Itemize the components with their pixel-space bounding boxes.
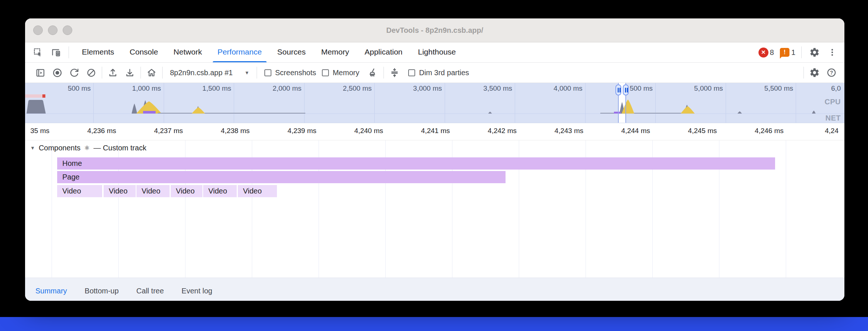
clear-button[interactable] — [85, 66, 97, 80]
track-entry-home[interactable]: Home — [57, 157, 775, 170]
collapse-icon — [389, 67, 400, 78]
tab-memory[interactable]: Memory — [313, 42, 357, 62]
bottom-tab-bottom-up[interactable]: Bottom-up — [85, 278, 119, 301]
memory-checkbox[interactable]: Memory — [322, 69, 359, 77]
home-icon — [146, 67, 157, 78]
reload-icon — [69, 67, 80, 78]
ruler-tick-label: 4,246 ms — [755, 127, 784, 135]
inspect-element-button[interactable] — [31, 45, 45, 59]
overview-tick-label: 4,000 ms — [553, 84, 582, 93]
window-titlebar: DevTools - 8p2n9n.csb.app/ — [25, 18, 844, 42]
custom-track-header[interactable]: ▼ Components ⚛ — Custom track — [30, 144, 146, 152]
load-profile-button[interactable] — [107, 66, 119, 80]
overview-tick-label: 2,000 ms — [272, 84, 301, 93]
background-browser-strip — [0, 317, 868, 331]
save-profile-button[interactable] — [124, 66, 136, 80]
track-entry-page[interactable]: Page — [57, 171, 506, 183]
chevron-down-icon[interactable]: ▼ — [244, 70, 249, 76]
shortcuts-dialog-button[interactable] — [388, 66, 401, 80]
page-row: Page — [25, 171, 844, 183]
overview-tick-label: 3,000 ms — [413, 84, 442, 93]
record-and-reload-button[interactable] — [68, 66, 80, 80]
svg-text:?: ? — [830, 70, 833, 76]
overview-tick-label: 5,500 ms — [764, 84, 793, 93]
overview-tick-label: 1,000 ms — [132, 84, 161, 93]
live-metrics-button[interactable] — [145, 66, 158, 80]
devtools-menu-button[interactable] — [825, 45, 839, 59]
record-button[interactable] — [51, 66, 63, 80]
devtools-tabbar: ElementsConsoleNetworkPerformanceSources… — [25, 42, 844, 63]
screenshots-checkbox[interactable]: Screenshots — [264, 69, 316, 77]
bottom-tab-event-log[interactable]: Event log — [181, 278, 212, 301]
help-button[interactable]: ? — [825, 66, 838, 80]
overview-tick-label: 2,500 ms — [343, 84, 372, 93]
selection-left-handle[interactable] — [615, 84, 621, 95]
collapse-arrow-icon[interactable]: ▼ — [30, 145, 35, 151]
devtools-settings-button[interactable] — [808, 45, 822, 59]
devtools-window: DevTools - 8p2n9n.csb.app/ ElementsConso… — [25, 18, 844, 301]
checkbox-box — [264, 69, 271, 76]
track-entry-video[interactable]: Video — [238, 185, 277, 197]
bottom-tab-call-tree[interactable]: Call tree — [136, 278, 164, 301]
track-entry-video[interactable]: Video — [171, 185, 202, 197]
separator — [69, 46, 69, 58]
tab-sources[interactable]: Sources — [270, 42, 313, 62]
ruler-tick-label: 4,237 ms — [154, 127, 183, 135]
main-tabs: ElementsConsoleNetworkPerformanceSources… — [74, 42, 463, 62]
track-subtitle: — Custom track — [94, 144, 146, 152]
network-request-bar — [25, 94, 42, 98]
toggle-sidebar-button[interactable] — [34, 66, 46, 80]
issue-count: 1 — [791, 48, 795, 57]
cpu-activity-purple — [143, 111, 156, 114]
dim-3rd-parties-checkbox[interactable]: Dim 3rd parties — [408, 69, 469, 77]
device-toolbar-button[interactable] — [49, 45, 63, 59]
track-entry-video[interactable]: Video — [203, 185, 237, 197]
ruler-tick-label: 4,238 ms — [221, 127, 250, 135]
tab-application[interactable]: Application — [357, 42, 410, 62]
overview-tick-label: 500 ms — [68, 84, 91, 93]
overview-tick-label: 1,500 ms — [202, 84, 231, 93]
cpu-track-label: CPU — [824, 98, 841, 106]
track-title: Components — [39, 144, 80, 152]
timeline-ruler: 35 ms4,236 ms4,237 ms4,238 ms4,239 ms4,2… — [25, 123, 844, 140]
ruler-tick-label: 4,239 ms — [288, 127, 316, 135]
profile-select[interactable]: 8p2n9n.csb.app #1 — [170, 69, 233, 77]
flame-chart-area[interactable]: ▼ Components ⚛ — Custom track HomePageVi… — [25, 140, 844, 278]
tab-console[interactable]: Console — [122, 42, 166, 62]
issues-button[interactable]: ! 1 — [780, 48, 795, 57]
collect-garbage-button[interactable] — [367, 66, 379, 80]
tab-lighthouse[interactable]: Lighthouse — [410, 42, 463, 62]
network-request-bar-tip — [42, 94, 45, 98]
net-track-label: NET — [826, 114, 841, 122]
gear-icon — [809, 67, 820, 78]
ruler-tick-label: 4,243 ms — [555, 127, 583, 135]
tab-elements[interactable]: Elements — [74, 42, 122, 62]
ruler-tick-label: 35 ms — [30, 127, 49, 135]
track-entry-video[interactable]: Video — [136, 185, 170, 197]
window-title: DevTools - 8p2n9n.csb.app/ — [25, 18, 844, 42]
error-icon: ✕ — [758, 48, 768, 58]
panel-toggle-icon — [35, 68, 45, 78]
ruler-tick-label: 4,240 ms — [354, 127, 383, 135]
gc-broom-icon — [368, 67, 378, 78]
bottom-tab-summary[interactable]: Summary — [35, 278, 67, 301]
tab-performance[interactable]: Performance — [210, 42, 270, 62]
capture-settings-button[interactable] — [808, 66, 821, 80]
download-icon — [125, 67, 135, 78]
net-track-divider — [25, 114, 844, 114]
track-entry-video[interactable]: Video — [104, 185, 136, 197]
errors-button[interactable]: ✕ 8 — [758, 48, 774, 58]
ruler-tick-label: 4,241 ms — [421, 127, 450, 135]
overview-tick-label: 5,000 ms — [694, 84, 723, 93]
ruler-tick-label: 4,242 ms — [488, 127, 517, 135]
timeline-overview[interactable]: 500 ms1,000 ms1,500 ms2,000 ms2,500 ms3,… — [25, 83, 844, 123]
error-count: 8 — [770, 48, 774, 57]
kebab-menu-icon — [827, 48, 837, 57]
dim-3rd-parties-label: Dim 3rd parties — [419, 69, 469, 77]
block-icon — [86, 68, 96, 78]
tab-network[interactable]: Network — [166, 42, 210, 62]
cpu-activity-yellow — [622, 100, 634, 114]
track-entry-video[interactable]: Video — [57, 185, 102, 197]
upload-icon — [108, 67, 118, 78]
selection-right-handle[interactable] — [623, 84, 629, 95]
